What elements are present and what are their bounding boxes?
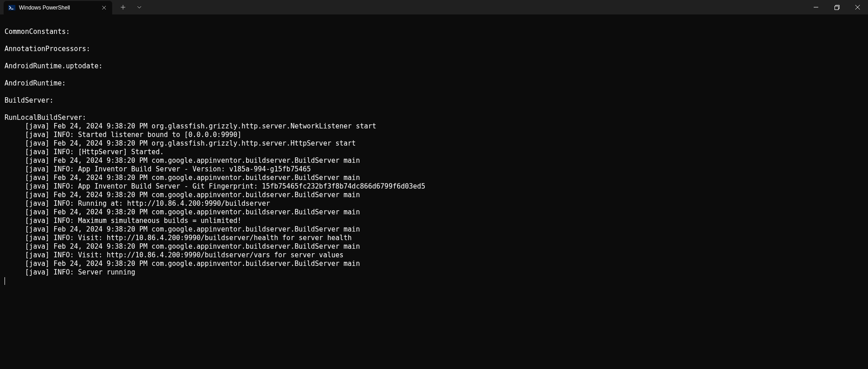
terminal-output[interactable]: CommonConstants: AnnotationProcessors: A… <box>0 14 868 285</box>
maximize-button[interactable] <box>826 0 847 14</box>
minimize-button[interactable] <box>806 0 826 14</box>
plus-icon <box>121 5 125 9</box>
minimize-icon <box>814 5 818 9</box>
close-icon <box>102 5 106 10</box>
tab-close-button[interactable] <box>100 3 109 12</box>
new-tab-button[interactable] <box>116 1 130 14</box>
svg-rect-0 <box>8 5 15 10</box>
tab-title: Windows PowerShell <box>19 5 96 11</box>
tab-powershell[interactable]: Windows PowerShell <box>4 1 112 14</box>
titlebar: Windows PowerShell <box>0 0 868 14</box>
chevron-down-icon <box>137 6 142 9</box>
powershell-icon <box>8 4 15 11</box>
restore-icon <box>835 5 840 10</box>
svg-rect-2 <box>835 6 838 9</box>
close-icon <box>855 5 860 9</box>
terminal-cursor <box>5 277 5 285</box>
tab-dropdown-button[interactable] <box>132 1 147 14</box>
tab-controls <box>112 0 147 14</box>
window-controls <box>806 0 868 14</box>
titlebar-drag-area[interactable] <box>147 0 806 14</box>
window-close-button[interactable] <box>847 0 868 14</box>
terminal-lines: CommonConstants: AnnotationProcessors: A… <box>5 19 863 277</box>
